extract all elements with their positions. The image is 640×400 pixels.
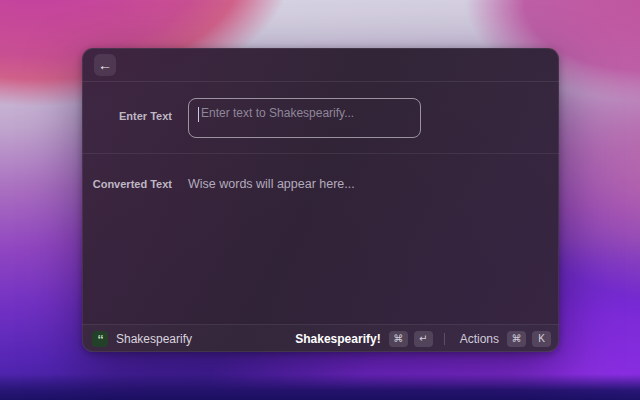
enter-text-input-wrap	[188, 98, 421, 138]
enter-text-label: Enter Text	[82, 109, 188, 123]
cmd-key-badge[interactable]: ⌘	[389, 331, 408, 347]
k-key-badge[interactable]: K	[532, 331, 551, 347]
footer-left: “ Shakespearify	[92, 331, 192, 347]
primary-action-label[interactable]: Shakespearify!	[295, 332, 380, 346]
back-button[interactable]: ←	[94, 54, 116, 76]
footer-action-bar: “ Shakespearify Shakespearify! ⌘ ↵ Actio…	[82, 324, 559, 352]
shakespearify-window: ← Enter Text Converted Text Wise words w…	[82, 48, 559, 352]
return-key-badge[interactable]: ↵	[414, 331, 433, 347]
footer-divider	[444, 333, 445, 345]
quote-icon: “	[92, 331, 108, 347]
converted-text-row: Converted Text Wise words will appear he…	[82, 154, 559, 191]
actions-menu-label[interactable]: Actions	[460, 332, 499, 346]
converted-text-label: Converted Text	[82, 177, 188, 191]
footer-right: Shakespearify! ⌘ ↵ Actions ⌘ K	[295, 331, 551, 347]
cmd-key-badge-2[interactable]: ⌘	[507, 331, 526, 347]
quote-glyph: “	[98, 337, 103, 347]
window-body: Enter Text Converted Text Wise words wil…	[82, 82, 559, 324]
enter-text-input[interactable]	[188, 98, 421, 138]
app-title: Shakespearify	[116, 332, 192, 346]
window-header: ←	[82, 48, 559, 82]
back-arrow-icon: ←	[98, 58, 112, 72]
enter-text-row: Enter Text	[82, 82, 559, 138]
converted-text-value: Wise words will appear here...	[188, 177, 355, 191]
